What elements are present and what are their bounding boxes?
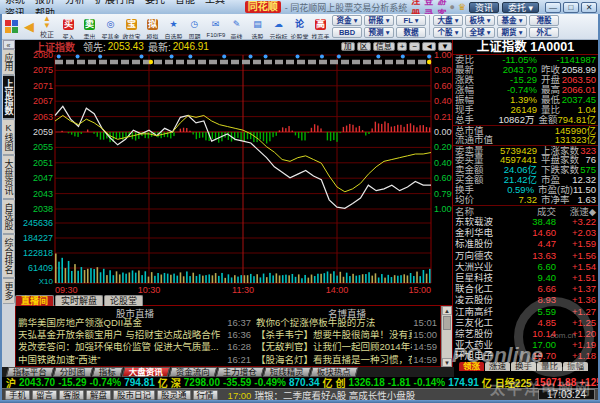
mini-tab-3[interactable]: 量比 [537, 362, 562, 371]
broadcast-item[interactable]: 中国铁路加速“西进”16:21 [16, 354, 254, 366]
broadcast-tab-1[interactable]: 实时解盘 [55, 295, 103, 306]
sidebar-tab-0[interactable]: 应用 [3, 49, 15, 75]
dropdown-全球[interactable]: 全球 ▾ [465, 27, 495, 38]
status-button-2[interactable]: 客服 [59, 390, 84, 400]
toolbar-button-买基金[interactable]: ◎买基金 [100, 14, 121, 40]
bottom-tab-4[interactable]: 资金流向 [168, 367, 217, 377]
sidebar-tab-6[interactable]: 更多 [3, 278, 15, 304]
ranking-row-0[interactable]: 东软载波38.48+3.22 [453, 216, 598, 227]
bottom-tab-7[interactable]: 板块热点 [309, 367, 358, 377]
menu-item-2[interactable]: 分析 [60, 0, 90, 5]
menu-item-0[interactable]: 系统 [0, 0, 30, 5]
ranking-row-6[interactable]: 联合化工6.66+1.37 [453, 283, 598, 294]
broadcast-item[interactable]: 天弘基金开放余额宝用户 与招财宝达成战略合作16:36 [16, 329, 254, 341]
chart-button-6[interactable]: ▼ [438, 42, 452, 51]
chart-button-3[interactable]: + [397, 42, 408, 51]
scroll-up-icon[interactable]: ▲ [442, 306, 452, 315]
toolbar-button-论股堂[interactable]: 论论股堂 [289, 14, 310, 40]
ranking-row-8[interactable]: 江南高纤5.59+1.27 [453, 306, 598, 317]
mini-tab-4[interactable]: 振幅 [563, 362, 588, 371]
ranking-row-2[interactable]: 标准股份4.47+1.59 [453, 238, 598, 249]
broadcast-tab-0[interactable]: 直播间 [15, 295, 54, 306]
dropdown-FL[interactable]: FL ▾ [396, 15, 426, 26]
sidebar-tab-1[interactable]: 上证指数 [3, 75, 15, 119]
ranking-row-10[interactable]: 综艺股份10.14+1.20 [453, 328, 598, 339]
close-button[interactable]: ✕ [581, 2, 597, 13]
dropdown-BBD[interactable]: BBD [332, 27, 362, 38]
dropdown-大盘[interactable]: 大盘 ▾ [433, 15, 463, 26]
broadcast-item[interactable]: 发改委答问：加强环保电价监管 促进大气质量...16:28 [16, 341, 254, 353]
chart-button-0[interactable]: 加 [341, 42, 355, 51]
toolbar-button-周期[interactable]: ◷周期 [184, 14, 205, 40]
broadcast-item[interactable]: 教你6个捉涨停板牛股的方法15:01 [254, 317, 440, 329]
status-button-5[interactable]: 股灵通 [157, 390, 191, 400]
bottom-tab-6[interactable]: 短线精灵 [262, 367, 311, 377]
status-button-6[interactable]: 行情 [193, 390, 218, 400]
mini-tab-2[interactable]: 换手 [511, 362, 536, 371]
broadcast-item[interactable]: 【杀手韦宁】想要牛股很简单！没有真正的股...15:00 [254, 329, 440, 341]
broadcast-scrollbar[interactable]: ▲ ▼ [441, 306, 452, 367]
intraday-chart[interactable]: 2080207520712067206320592055205120472043… [15, 52, 452, 295]
broadcast-tab-2[interactable]: 论股堂 [104, 295, 143, 306]
status-button-3[interactable]: 解盘 [86, 390, 111, 400]
toolbar-button-买入[interactable]: 买买入 [58, 14, 79, 40]
bottom-tab-0[interactable]: 指标平台 [6, 367, 55, 377]
toolbar-button-找高手[interactable]: 高找高手 [310, 14, 331, 40]
ranking-row-12[interactable]: 环旭电子19.70+1.18 [453, 350, 598, 361]
ranking-row-1[interactable]: 金利华电14.60+2.03 [453, 227, 598, 238]
ranking-row-4[interactable]: 大洲兴业6.60+1.54 [453, 261, 598, 272]
toolbar-button-F10/F9[interactable]: ✉F10/F9 [205, 14, 226, 40]
chart-button-1[interactable]: 区 [357, 42, 371, 51]
toolbar-button-云指标[interactable]: ☁云指标 [268, 14, 289, 40]
bottom-tab-3[interactable]: 大盘资讯 [121, 367, 170, 377]
toolbar-button-模拟[interactable]: 拟模拟 [142, 14, 163, 40]
dropdown-研报[interactable]: 研报 ▾ [364, 15, 394, 26]
vip-crown-icon[interactable]: ♛ [458, 2, 466, 12]
sidebar-tab-4[interactable]: 自选股 [3, 199, 15, 234]
sidebar-tab-5[interactable]: 综合排名 [3, 234, 15, 278]
bottom-tab-2[interactable]: 指标 [91, 367, 123, 377]
ranking-header-1[interactable]: 成交 [511, 206, 556, 216]
menu-item-5[interactable]: 智能 [170, 0, 200, 5]
down-arrow-icon[interactable]: ▼ [43, 22, 51, 29]
chart-button-5[interactable]: ◄ [422, 42, 436, 51]
dropdown-数据[interactable]: 数据 [396, 27, 426, 38]
toolbar-button-卖出[interactable]: 卖卖出 [79, 14, 100, 40]
chart-button-4[interactable]: − [409, 42, 420, 51]
dropdown-外汇[interactable]: 外汇 [529, 27, 559, 38]
menu-item-3[interactable]: 扩展行情 [90, 0, 140, 5]
correction-stepper[interactable]: ▲ ▼ 校正 [36, 15, 58, 39]
toolbar-button-自选股[interactable]: ★自选股 [163, 14, 184, 40]
mini-tab-1[interactable]: 涨速 [485, 362, 510, 371]
member-icon[interactable]: ● [449, 2, 454, 12]
sidebar-tab-3[interactable]: 大盘资讯 [3, 155, 15, 199]
ranking-row-11[interactable]: 亚太药业17.00+1.19 [453, 339, 598, 350]
dropdown-基金[interactable]: 基金 ▾ [497, 15, 527, 26]
status-button-0[interactable]: 手机 [5, 390, 30, 400]
menu-item-1[interactable]: 报价 [30, 0, 60, 5]
ranking-row-5[interactable]: 巨星科技9.40+1.51 [453, 272, 598, 283]
broadcast-item[interactable]: 【股海名灯】看我直播是一种习惯，在这里，...14:59 [254, 354, 440, 366]
minimize-button[interactable]: — [545, 2, 561, 13]
ranking-table-header[interactable]: 名称成交涨速◆ [453, 205, 598, 216]
toolbar-button-收益宝[interactable]: 宝收益宝 [121, 14, 142, 40]
ranking-header-0[interactable]: 名称 [455, 206, 511, 216]
status-button-1[interactable]: 留言 [32, 390, 57, 400]
ranking-row-3[interactable]: 万向德农13.63+1.56 [453, 250, 598, 261]
status-button-4[interactable]: 股市日记 [113, 390, 155, 400]
menu-item-6[interactable]: 工具 [200, 0, 230, 5]
dropdown-资金[interactable]: 资金 ▾ [332, 15, 362, 26]
chart-button-2[interactable]: 信息 [373, 42, 395, 51]
sidebar-collapse-button[interactable]: « [3, 40, 15, 49]
sidebar-tab-2[interactable]: K线图 [3, 119, 15, 155]
toolbar-button-画线[interactable]: ✎画线 [226, 14, 247, 40]
ranking-row-7[interactable]: 凌云股份8.93+1.36 [453, 294, 598, 305]
toolbar-button-选股[interactable]: ▤选股 [247, 14, 268, 40]
maximize-button[interactable]: □ [563, 2, 579, 13]
scroll-down-icon[interactable]: ▼ [442, 358, 452, 367]
dropdown-个股[interactable]: 个股 ▾ [433, 27, 463, 38]
ranking-header-2[interactable]: 涨速◆ [556, 206, 596, 216]
mini-tab-0[interactable]: 领涨 [459, 362, 484, 371]
ranking-row-9[interactable]: 三友化工4.85+1.25 [453, 317, 598, 328]
titlebar-button-0[interactable]: 资讯 [469, 2, 499, 13]
